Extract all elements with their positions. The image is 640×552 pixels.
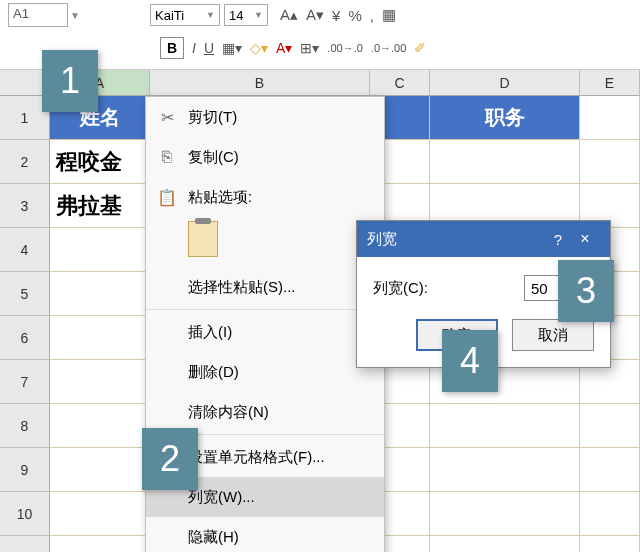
clipboard-icon: 📋 xyxy=(156,188,178,207)
cell[interactable] xyxy=(430,404,580,448)
cell[interactable]: 弗拉基 xyxy=(50,184,150,228)
font-size-select[interactable]: 14▼ xyxy=(224,4,268,26)
cell[interactable] xyxy=(50,536,150,552)
row-header[interactable]: 4 xyxy=(0,228,50,272)
underline-button[interactable]: U xyxy=(204,40,214,56)
comma-icon[interactable]: , xyxy=(370,7,374,24)
row-headers: 1 2 3 4 5 6 7 8 9 10 11 xyxy=(0,96,50,552)
cell[interactable] xyxy=(50,492,150,536)
name-box[interactable]: A1 xyxy=(8,3,68,27)
header-duty[interactable]: 职务 xyxy=(430,96,580,140)
decrease-font-icon[interactable]: A▾ xyxy=(306,6,324,24)
step-badge-4: 4 xyxy=(442,330,498,392)
borders-icon[interactable]: ▦▾ xyxy=(222,40,242,56)
cell[interactable] xyxy=(580,140,640,184)
step-badge-2: 2 xyxy=(142,428,198,490)
namebox-dropdown-icon[interactable]: ▼ xyxy=(70,10,84,21)
paste-options-block xyxy=(146,217,384,267)
cell[interactable] xyxy=(50,404,150,448)
merge-icon[interactable]: ⊞▾ xyxy=(300,40,319,56)
menu-clear[interactable]: 清除内容(N) xyxy=(146,392,384,432)
increase-font-icon[interactable]: A▴ xyxy=(280,6,298,24)
cell[interactable] xyxy=(50,360,150,404)
cell[interactable] xyxy=(430,448,580,492)
row-header[interactable]: 10 xyxy=(0,492,50,536)
cell[interactable] xyxy=(580,96,640,140)
column-width-label: 列宽(C): xyxy=(373,279,428,298)
cell[interactable] xyxy=(50,448,150,492)
row-header[interactable]: 6 xyxy=(0,316,50,360)
dialog-title: 列宽 xyxy=(367,230,546,249)
format-cells-icon[interactable]: ▦ xyxy=(382,6,396,24)
decrease-decimal-icon[interactable]: .0→.00 xyxy=(371,42,406,54)
menu-cut[interactable]: ✂剪切(T) xyxy=(146,97,384,137)
cell[interactable] xyxy=(580,448,640,492)
row-header[interactable]: 11 xyxy=(0,536,50,552)
row-header[interactable]: 5 xyxy=(0,272,50,316)
cell[interactable] xyxy=(50,316,150,360)
cell[interactable] xyxy=(430,536,580,552)
step-badge-1: 1 xyxy=(42,50,98,112)
cell[interactable] xyxy=(430,140,580,184)
row-header[interactable]: 7 xyxy=(0,360,50,404)
menu-paste-special[interactable]: 选择性粘贴(S)... xyxy=(146,267,384,307)
scissors-icon: ✂ xyxy=(156,108,178,127)
font-color-icon[interactable]: A▾ xyxy=(276,40,292,56)
step-badge-3: 3 xyxy=(558,260,614,322)
percent-icon[interactable]: % xyxy=(348,7,361,24)
row-header[interactable]: 9 xyxy=(0,448,50,492)
copy-icon: ⎘ xyxy=(156,148,178,166)
cell[interactable] xyxy=(430,492,580,536)
menu-copy[interactable]: ⎘复制(C) xyxy=(146,137,384,177)
italic-button[interactable]: I xyxy=(192,40,196,56)
menu-hide[interactable]: 隐藏(H) xyxy=(146,517,384,552)
cell[interactable] xyxy=(580,492,640,536)
row-header[interactable]: 2 xyxy=(0,140,50,184)
cancel-button[interactable]: 取消 xyxy=(512,319,594,351)
menu-insert[interactable]: 插入(I) xyxy=(146,312,384,352)
dialog-help-button[interactable]: ? xyxy=(546,231,570,248)
cell[interactable]: 程咬金 xyxy=(50,140,150,184)
format-painter-icon[interactable]: ✐ xyxy=(414,40,426,56)
cell[interactable] xyxy=(50,272,150,316)
dialog-close-button[interactable]: × xyxy=(570,230,600,248)
currency-icon[interactable]: ¥ xyxy=(332,7,340,24)
col-header-b[interactable]: B xyxy=(150,70,370,96)
cell[interactable] xyxy=(580,404,640,448)
cell[interactable] xyxy=(580,536,640,552)
font-name-select[interactable]: KaiTi▼ xyxy=(150,4,220,26)
col-header-c[interactable]: C xyxy=(370,70,430,96)
bold-button[interactable]: B xyxy=(160,37,184,59)
paste-option-icon[interactable] xyxy=(188,221,218,257)
increase-decimal-icon[interactable]: .00→.0 xyxy=(327,42,362,54)
col-header-e[interactable]: E xyxy=(580,70,640,96)
cell[interactable] xyxy=(50,228,150,272)
menu-delete[interactable]: 删除(D) xyxy=(146,352,384,392)
dialog-titlebar[interactable]: 列宽 ? × xyxy=(357,221,610,257)
row-header[interactable]: 3 xyxy=(0,184,50,228)
fill-color-icon[interactable]: ◇▾ xyxy=(250,40,268,56)
col-header-d[interactable]: D xyxy=(430,70,580,96)
menu-paste-options: 📋粘贴选项: xyxy=(146,177,384,217)
row-header[interactable]: 8 xyxy=(0,404,50,448)
